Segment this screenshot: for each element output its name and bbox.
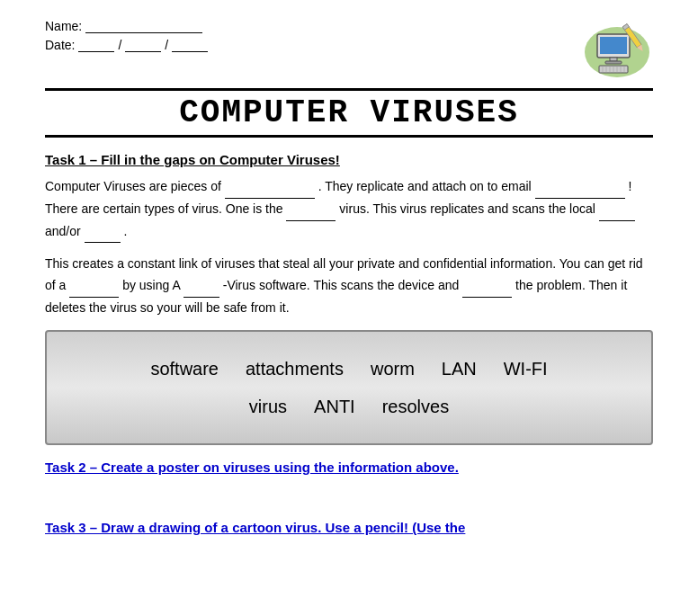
date-month [125,37,161,52]
header-area: Name: Date: / / [45,18,653,81]
date-day [78,37,114,52]
p2-text2: by using A [122,278,180,292]
task2-heading: Task 2 – Create a poster on viruses usin… [45,460,653,475]
blank-resolves [462,275,512,298]
word-worm: worm [371,350,415,388]
task3-heading: Task 3 – Draw a drawing of a cartoon vir… [45,520,653,535]
date-sep2: / [165,38,168,52]
word-resolves: resolves [382,388,449,425]
blank-lan [599,199,635,221]
paragraph-1: Computer Viruses are pieces of . They re… [45,176,653,243]
word-software: software [150,350,219,388]
name-label: Name: [45,19,82,33]
date-label: Date: [45,38,75,52]
word-bank: software attachments worm LAN WI-FI viru… [45,330,653,445]
word-virus: virus [249,388,287,425]
name-field [85,18,202,33]
p1-text4: virus. This virus replicates and scans t… [339,201,595,216]
date-year [172,37,208,52]
svg-rect-4 [605,61,622,64]
blank-anti [183,275,219,298]
blank-attachments [535,176,625,199]
paragraph-2: This creates a constant link of viruses … [45,254,653,318]
svg-rect-3 [610,58,617,61]
word-bank-row2: virus ANTI resolves [56,388,642,425]
word-anti: ANTI [314,388,355,425]
name-date-block: Name: Date: / / [45,18,208,52]
p1-text2: . They replicate and attach on to email [318,179,532,193]
name-line: Name: [45,18,208,33]
spacer [45,484,653,502]
p1-text1: Computer Viruses are pieces of [45,179,221,193]
word-lan: LAN [442,350,477,388]
blank-worm [286,199,336,221]
date-sep1: / [118,38,121,52]
p1-text6: . [123,224,127,238]
page-title: COMPUTER VIRUSES [45,88,653,138]
p1-text5: and/or [45,224,81,238]
word-attachments: attachments [246,350,344,388]
word-bank-row1: software attachments worm LAN WI-FI [56,350,642,388]
blank-software [225,176,315,199]
p2-text3: -Virus software. This scans the device a… [223,278,460,292]
date-line: Date: / / [45,37,208,52]
word-wifi: WI-FI [504,350,548,388]
task1-heading: Task 1 – Fill in the gaps on Computer Vi… [45,152,653,167]
blank-virus [69,275,119,298]
blank-wifi [85,221,121,244]
svg-rect-2 [600,37,627,54]
computer-icon [581,18,653,81]
